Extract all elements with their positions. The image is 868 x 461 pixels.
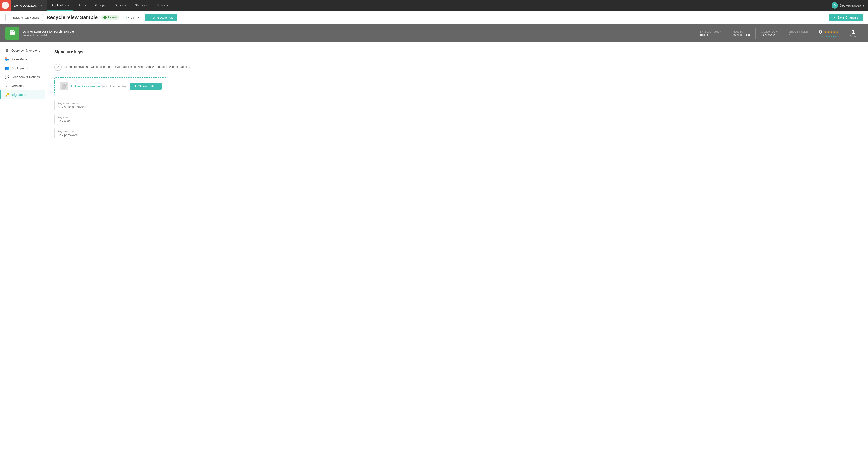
upload-hint: (.jks or .keystore file) xyxy=(101,85,126,88)
sidebar-item-store-page[interactable]: 🏪 Store Page xyxy=(0,55,45,64)
save-button[interactable]: ✓ Save Changes xyxy=(829,13,863,21)
sidebar-item-versions[interactable]: ↩ Versions xyxy=(0,81,45,90)
demo-selector[interactable]: Demo Dedicated... ▾ xyxy=(11,0,47,11)
groups-label: Group xyxy=(850,35,857,38)
android-icon: A xyxy=(103,16,106,19)
upload-left: Upload key store file (.jks or .keystore… xyxy=(60,82,126,90)
rating-count: 0 xyxy=(819,29,822,35)
added-by: Added by Dev Appaloosa xyxy=(732,30,750,36)
logo xyxy=(0,0,11,11)
key-alias-input-wrapper: Key alias xyxy=(54,114,140,124)
key-alias-input[interactable] xyxy=(54,114,140,124)
sidebar: ⊞ Overview & versions 🏪 Store Page 👥 Dep… xyxy=(0,42,45,461)
avatar: D xyxy=(832,2,838,9)
content-area: Signature keys ? Signature keys data wil… xyxy=(45,42,868,461)
user-area[interactable]: D Dev Appaloosa ▾ xyxy=(832,2,868,9)
app-version: Version 4.0 - Build 4 xyxy=(23,34,694,37)
sidebar-item-deployment[interactable]: 👥 Deployment xyxy=(0,64,45,73)
nav-item-users[interactable]: Users xyxy=(73,0,91,11)
creation-date: Creation Date 25 Nov 2020 xyxy=(761,30,778,36)
app-meta-section: Installation policy Regular Added by Dev… xyxy=(694,30,755,36)
top-nav: Demo Dedicated... ▾ Applications Users G… xyxy=(0,0,868,11)
groups-section: 1 Group xyxy=(844,29,863,38)
android-robot-icon xyxy=(8,29,17,38)
svg-rect-1 xyxy=(9,32,15,35)
chevron-down-icon: ▾ xyxy=(863,4,864,7)
app-icon xyxy=(5,27,19,40)
nav-item-settings[interactable]: Settings xyxy=(152,0,173,11)
key-password-input[interactable] xyxy=(54,128,140,138)
versions-icon: ↩ xyxy=(4,84,9,88)
file-icon xyxy=(60,82,68,90)
overview-icon: ⊞ xyxy=(4,48,9,53)
upload-label: Upload key store file (.jks or .keystore… xyxy=(71,85,126,88)
keystore-password-input-wrapper: Key store password xyxy=(54,100,140,110)
info-icon: ? xyxy=(54,64,62,71)
check-icon: ✓ xyxy=(149,16,151,19)
fork-icon: ⑂ xyxy=(125,16,127,19)
app-package: com.jer.appaloosa.io.recyclersample xyxy=(23,30,694,33)
app-meta-section-2: Creation Date 25 Nov 2020 Min. OS versio… xyxy=(755,30,813,36)
app-info-details: com.jer.appaloosa.io.recyclersample Vers… xyxy=(23,30,694,37)
store-icon: 🏪 xyxy=(4,57,9,61)
key-alias-field: Key alias xyxy=(54,114,140,124)
installation-policy: Installation policy Regular xyxy=(700,30,721,36)
version-selector[interactable]: ⑂ 4.0 (4) ▾ xyxy=(123,15,142,20)
sidebar-item-signature[interactable]: 🔑 Signature xyxy=(0,90,45,99)
sidebar-item-overview[interactable]: ⊞ Overview & versions xyxy=(0,46,45,55)
app-title: RecyclerView Sample xyxy=(46,15,98,20)
main-layout: ⊞ Overview & versions 🏪 Store Page 👥 Dep… xyxy=(0,42,868,461)
keystore-password-field: Key store password xyxy=(54,100,140,110)
rating-section: 0 ★★★★★ No ratings yet xyxy=(813,29,844,38)
sub-header: ← Back to Applications RecyclerView Samp… xyxy=(0,11,868,24)
chevron-down-icon: ▾ xyxy=(137,16,139,19)
choose-file-button[interactable]: ⬇ Choose a file... xyxy=(130,83,162,90)
stars: ★★★★★ xyxy=(824,30,839,34)
section-title: Signature keys xyxy=(54,50,859,58)
info-box: ? Signature keys data will be used to si… xyxy=(54,64,859,71)
sidebar-item-feedback[interactable]: 💬 Feedback & Ratings xyxy=(0,73,45,81)
info-text: Signature keys data will be used to sign… xyxy=(64,64,190,68)
min-os-version: Min. OS version 21 xyxy=(788,30,808,36)
keystore-password-input[interactable] xyxy=(54,100,140,110)
nav-item-statistics[interactable]: Statistics xyxy=(130,0,152,11)
nav-item-devices[interactable]: Devices xyxy=(110,0,130,11)
no-ratings-link[interactable]: No ratings yet xyxy=(821,35,837,38)
signature-icon: 🔑 xyxy=(5,92,10,97)
upload-area[interactable]: Upload key store file (.jks or .keystore… xyxy=(54,77,167,95)
logo-icon xyxy=(2,2,9,9)
nav-items: Applications Users Groups Devices Statis… xyxy=(47,0,832,11)
deployment-icon: 👥 xyxy=(4,66,9,70)
arrow-left-icon: ← xyxy=(9,16,12,19)
feedback-icon: 💬 xyxy=(4,75,9,79)
back-button[interactable]: ← Back to Applications xyxy=(5,14,43,21)
google-play-button[interactable]: ✓ On Google Play xyxy=(145,14,177,21)
groups-count: 1 xyxy=(852,29,855,35)
upload-icon: ⬇ xyxy=(134,85,136,88)
platform-badge: A Android xyxy=(101,15,119,20)
key-password-input-wrapper: Key password xyxy=(54,128,140,138)
chevron-down-icon: ▾ xyxy=(40,4,42,7)
check-icon: ✓ xyxy=(833,16,836,19)
nav-item-groups[interactable]: Groups xyxy=(91,0,110,11)
app-info-bar: com.jer.appaloosa.io.recyclersample Vers… xyxy=(0,24,868,42)
nav-item-applications[interactable]: Applications xyxy=(47,0,73,11)
key-password-field: Key password xyxy=(54,128,140,138)
svg-rect-7 xyxy=(64,84,66,86)
upload-text-area: Upload key store file (.jks or .keystore… xyxy=(71,85,126,88)
user-name: Dev Appaloosa xyxy=(840,4,861,7)
demo-label: Demo Dedicated... xyxy=(14,4,38,7)
